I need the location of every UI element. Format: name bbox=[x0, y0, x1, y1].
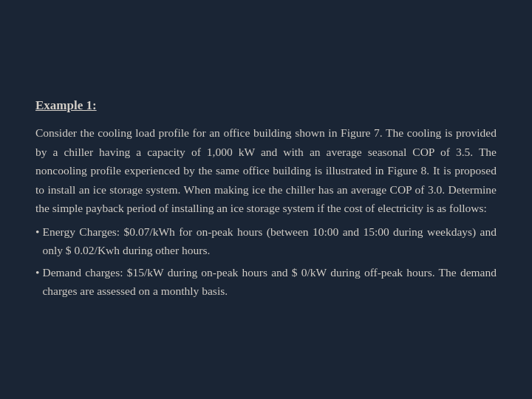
bullet-dot-2: • bbox=[35, 263, 39, 282]
main-paragraph: Consider the cooling load profile for an… bbox=[35, 123, 497, 301]
bullet-item-1: • Energy Charges: $0.07/kWh for on-peak … bbox=[35, 222, 497, 260]
main-container: Example 1: Consider the cooling load pro… bbox=[15, 81, 517, 318]
example-title: Example 1: bbox=[35, 98, 497, 113]
bullet-text-2: Demand charges: $15/kW during on-peak ho… bbox=[42, 263, 497, 301]
bullet-dot-1: • bbox=[35, 222, 39, 242]
bullet-list: • Energy Charges: $0.07/kWh for on-peak … bbox=[35, 222, 497, 301]
bullet-item-2: • Demand charges: $15/kW during on-peak … bbox=[35, 263, 497, 301]
paragraph1: Consider the cooling load profile for an… bbox=[35, 123, 497, 218]
bullet-text-1: Energy Charges: $0.07/kWh for on-peak ho… bbox=[42, 222, 497, 260]
